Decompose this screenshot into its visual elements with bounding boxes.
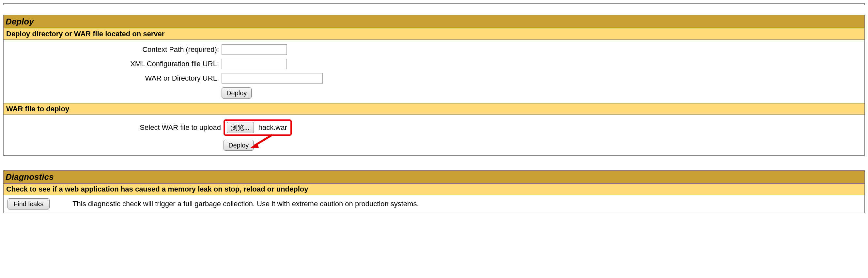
top-border-strip — [3, 3, 865, 5]
xml-url-label: XML Configuration file URL: — [7, 60, 222, 68]
diagnostics-panel: Diagnostics Check to see if a web applic… — [3, 170, 865, 213]
deploy-upload-button-row: Deploy — [7, 140, 861, 151]
deploy-server-section-body: Context Path (required): XML Configurati… — [4, 40, 864, 103]
war-directory-url-input[interactable] — [222, 73, 323, 84]
deploy-server-section-header: Deploy directory or WAR file located on … — [4, 28, 864, 40]
war-url-label: WAR or Directory URL: — [7, 74, 222, 83]
deploy-panel: Deploy Deploy directory or WAR file loca… — [3, 15, 865, 156]
deploy-server-button[interactable]: Deploy — [222, 88, 252, 98]
deploy-upload-section-body: Select WAR file to upload 浏览... hack.war… — [4, 115, 864, 155]
diagnostics-section-header: Check to see if a web application has ca… — [4, 184, 864, 195]
diagnostics-panel-title: Diagnostics — [4, 171, 864, 184]
diagnostics-body: Find leaks This diagnostic check will tr… — [4, 195, 864, 213]
deploy-upload-button[interactable]: Deploy — [223, 140, 253, 151]
xml-config-url-input[interactable] — [222, 59, 287, 69]
deploy-server-button-row: Deploy — [7, 88, 861, 98]
context-path-row: Context Path (required): — [7, 44, 861, 55]
xml-url-row: XML Configuration file URL: — [7, 59, 861, 69]
select-war-row: Select WAR file to upload 浏览... hack.war — [7, 119, 861, 136]
diagnostics-description: This diagnostic check will trigger a ful… — [72, 200, 418, 208]
select-war-label: Select WAR file to upload — [7, 123, 223, 132]
annotation-highlight-box: 浏览... hack.war — [223, 119, 292, 136]
deploy-panel-title: Deploy — [4, 16, 864, 28]
deploy-upload-section-header: WAR file to deploy — [4, 103, 864, 115]
selected-file-name: hack.war — [258, 123, 287, 132]
context-path-label: Context Path (required): — [7, 45, 222, 54]
context-path-input[interactable] — [222, 44, 287, 55]
file-chooser-area: 浏览... hack.war — [223, 119, 292, 136]
find-leaks-button[interactable]: Find leaks — [7, 198, 50, 210]
browse-button[interactable]: 浏览... — [227, 122, 254, 133]
war-url-row: WAR or Directory URL: — [7, 73, 861, 84]
